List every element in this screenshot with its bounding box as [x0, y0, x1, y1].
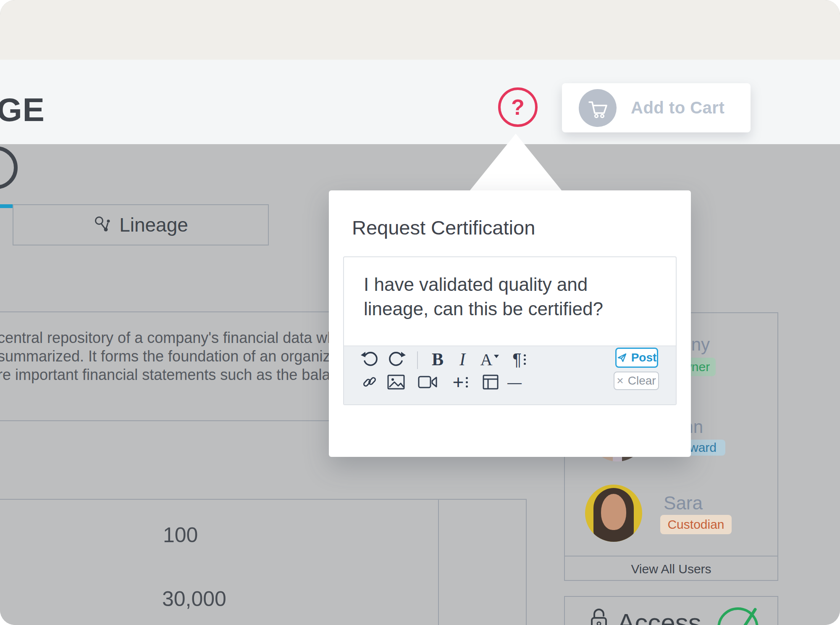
lineage-icon: [93, 215, 113, 235]
page-title: GE: [0, 91, 45, 129]
video-icon: [417, 374, 439, 390]
tab-lineage-label: Lineage: [119, 214, 188, 236]
post-button[interactable]: Post: [615, 348, 658, 368]
question-mark-glyph: ?: [511, 95, 525, 120]
post-button-label: Post: [631, 351, 657, 364]
cart-icon: [587, 97, 609, 119]
divider: [564, 556, 778, 556]
bold-button[interactable]: B: [428, 349, 448, 370]
redo-icon: [388, 350, 406, 369]
add-to-cart-label: Add to Cart: [631, 98, 724, 117]
stats-panel: [0, 499, 527, 625]
cart-icon-circle: [579, 89, 617, 127]
undo-button[interactable]: [360, 350, 380, 369]
clear-button[interactable]: × Clear: [614, 372, 659, 390]
description-line: re important financial statements such a…: [0, 366, 384, 384]
link-icon: [361, 374, 378, 390]
comment-text[interactable]: I have validated quality and lineage, ca…: [364, 272, 603, 321]
dots-icon: [466, 377, 468, 388]
app-window: GE ? Add to Cart Lineage central reposit…: [0, 0, 840, 625]
stat-value-rows: 100: [163, 523, 198, 547]
stats-column-divider: [438, 499, 439, 625]
italic-button[interactable]: I: [453, 349, 472, 370]
send-icon: [617, 353, 627, 363]
undo-icon: [360, 350, 379, 369]
tab-lineage[interactable]: Lineage: [13, 204, 269, 245]
insert-video-button[interactable]: [416, 372, 440, 392]
browser-chrome-band: [0, 0, 840, 60]
access-panel-title: Access: [617, 608, 701, 625]
lock-icon: [586, 605, 612, 625]
insert-image-button[interactable]: [385, 372, 407, 392]
user-name: Sara: [602, 493, 703, 514]
dots-icon: [524, 354, 526, 365]
view-all-users-button[interactable]: View All Users: [564, 561, 778, 577]
description-line: summarized. It forms the foundation of a…: [0, 348, 384, 365]
minus-icon: —: [507, 374, 522, 390]
role-badge-custodian: Custodian: [660, 515, 732, 534]
table-icon: [482, 374, 499, 390]
redo-button[interactable]: [387, 350, 407, 369]
horizontal-rule-button[interactable]: —: [504, 372, 525, 392]
help-icon[interactable]: ?: [498, 87, 538, 127]
description-line: central repository of a company's financ…: [0, 329, 384, 347]
plus-icon: +: [453, 371, 464, 393]
popup-arrow: [470, 134, 562, 191]
image-icon: [386, 374, 406, 390]
chevron-down-icon: [494, 355, 499, 358]
comment-line: lineage, can this be certified?: [364, 297, 603, 321]
active-tab-accent: [0, 204, 13, 208]
italic-icon: I: [459, 349, 465, 369]
font-size-icon: A: [480, 350, 493, 369]
paragraph-button[interactable]: ¶: [507, 349, 532, 370]
popup-title: Request Certification: [352, 216, 535, 239]
font-size-button[interactable]: A: [477, 349, 502, 370]
add-to-cart-button[interactable]: Add to Cart: [562, 83, 751, 132]
clear-button-label: Clear: [628, 374, 656, 388]
link-button[interactable]: [360, 372, 380, 392]
certified-check-icon: [714, 602, 764, 625]
toolbar-divider: [417, 351, 418, 369]
insert-element-button[interactable]: +: [448, 372, 473, 392]
bold-icon: B: [432, 349, 444, 369]
stat-value-records: 30,000: [162, 587, 226, 611]
paragraph-icon: ¶: [512, 350, 521, 369]
comment-line: I have validated quality and: [364, 272, 603, 297]
close-icon: ×: [617, 374, 623, 388]
insert-table-button[interactable]: [480, 372, 501, 392]
